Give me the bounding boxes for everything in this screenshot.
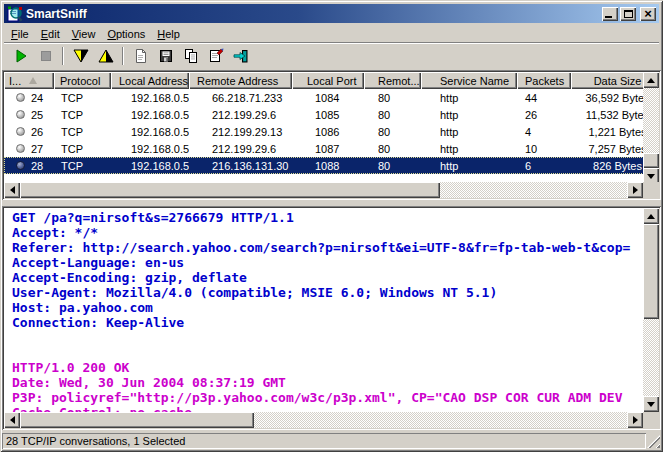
scroll-up-button[interactable]: [643, 208, 659, 224]
menu-options[interactable]: Options: [101, 26, 151, 42]
close-button[interactable]: ×: [640, 7, 656, 21]
column-header-protocol[interactable]: Protocol: [54, 72, 111, 89]
close-icon: ×: [644, 9, 652, 19]
menu-edit[interactable]: Edit: [35, 26, 66, 42]
funnel-down-icon: [72, 48, 90, 64]
title-bar[interactable]: SmartSniff ×: [4, 4, 659, 23]
arrow-down-icon: [647, 402, 655, 411]
funnel-up-icon: [97, 48, 115, 64]
arrow-up-icon: [647, 74, 655, 83]
request-response-gap: [12, 330, 643, 360]
table-row[interactable]: 26 TCP 192.168.0.5 212.199.29.13 1086 80…: [4, 123, 659, 140]
table-vertical-scrollbar[interactable]: [643, 72, 659, 184]
status-text: 28 TCP/IP conversations, 1 Selected: [6, 435, 185, 447]
save-icon: [158, 48, 174, 64]
conversation-icon: [16, 127, 25, 136]
request-line: GET /pa?q=nirsoft&s=2766679 HTTP/1.1: [12, 210, 643, 225]
conversation-icon: [16, 161, 25, 170]
arrow-right-icon: [633, 416, 642, 424]
toolbar: [4, 42, 659, 69]
column-header-remote-port[interactable]: Remot...: [364, 72, 421, 89]
scroll-up-button[interactable]: [643, 72, 659, 88]
packet-data-text: GET /pa?q=nirsoft&s=2766679 HTTP/1.1 Acc…: [4, 208, 643, 412]
menu-file[interactable]: File: [5, 26, 35, 42]
request-line: Accept: */*: [12, 225, 643, 240]
clear-page-icon: [133, 48, 149, 64]
start-capture-icon: [13, 48, 29, 64]
conversation-icon: [16, 110, 25, 119]
arrow-right-icon: [633, 186, 642, 194]
table-row[interactable]: 27 TCP 192.168.0.5 212.199.29.6 1087 80 …: [4, 140, 659, 157]
arrow-left-icon: [6, 416, 15, 424]
app-icon: [7, 6, 23, 22]
table-row[interactable]: 25 TCP 192.168.0.5 212.199.29.6 1085 80 …: [4, 106, 659, 123]
horizontal-scroll-thumb[interactable]: [20, 412, 254, 428]
exit-button[interactable]: [229, 45, 252, 67]
status-bar: 28 TCP/IP conversations, 1 Selected: [2, 432, 661, 450]
arrow-left-icon: [6, 186, 15, 194]
column-header-local-address[interactable]: Local Address: [111, 72, 189, 89]
window-frame: SmartSniff × File Edit View Options Help: [0, 0, 663, 452]
table-horizontal-scrollbar[interactable]: [4, 182, 643, 198]
table-header: I... Protocol Local Address Remote Addre…: [4, 72, 659, 89]
menu-help[interactable]: Help: [151, 26, 186, 42]
viewer-horizontal-scrollbar[interactable]: [4, 412, 643, 428]
maximize-icon: [624, 10, 633, 18]
scroll-right-button[interactable]: [627, 412, 643, 428]
column-header-packets[interactable]: Packets: [517, 72, 571, 89]
conversation-icon: [16, 93, 25, 102]
request-line: Accept-Encoding: gzip, deflate: [12, 270, 643, 285]
stop-capture-button[interactable]: [34, 45, 57, 67]
scroll-right-button[interactable]: [627, 182, 643, 198]
copy-icon: [183, 48, 199, 64]
vertical-scroll-thumb[interactable]: [643, 153, 659, 168]
exit-door-icon: [233, 48, 249, 64]
packet-data-viewer[interactable]: GET /pa?q=nirsoft&s=2766679 HTTP/1.1 Acc…: [2, 206, 661, 430]
table-row-selected[interactable]: 28 TCP 192.168.0.5 216.136.131.30 1088 8…: [4, 157, 659, 174]
resize-grip[interactable]: [647, 435, 660, 448]
column-header-remote-address[interactable]: Remote Address: [189, 72, 292, 89]
maximize-button[interactable]: [620, 7, 636, 21]
capture-filter-button[interactable]: [69, 45, 92, 67]
menu-bar: File Edit View Options Help: [4, 25, 659, 42]
viewer-vertical-scrollbar[interactable]: [643, 208, 659, 412]
request-line: User-Agent: Mozilla/4.0 (compatible; MSI…: [12, 285, 643, 300]
table-body: 24 TCP 192.168.0.5 66.218.71.233 1084 80…: [4, 89, 659, 174]
request-line: Accept-Language: en-us: [12, 255, 643, 270]
scrollbar-corner: [643, 412, 659, 428]
scroll-down-button[interactable]: [643, 396, 659, 412]
window-title: SmartSniff: [26, 7, 602, 21]
column-header-index[interactable]: I...: [4, 72, 54, 89]
properties-button[interactable]: [204, 45, 227, 67]
menu-view[interactable]: View: [66, 26, 102, 42]
horizontal-scroll-thumb[interactable]: [20, 182, 440, 198]
column-header-service-name[interactable]: Service Name: [421, 72, 517, 89]
arrow-up-icon: [647, 210, 655, 219]
conversation-icon: [16, 144, 25, 153]
save-button[interactable]: [154, 45, 177, 67]
response-line: P3P: policyref="http://p3p.yahoo.com/w3c…: [12, 390, 643, 405]
copy-button[interactable]: [179, 45, 202, 67]
request-line: Host: pa.yahoo.com: [12, 300, 643, 315]
status-panel: 28 TCP/IP conversations, 1 Selected: [2, 433, 646, 449]
start-capture-button[interactable]: [9, 45, 32, 67]
scrollbar-corner: [643, 182, 659, 198]
properties-icon: [208, 48, 224, 64]
scroll-left-button[interactable]: [4, 182, 20, 198]
toolbar-separator: [122, 47, 124, 65]
response-line: Cache-Control: no-cache: [12, 405, 643, 412]
request-line: Referer: http://search.yahoo.com/search?…: [12, 240, 643, 255]
response-line: HTTP/1.0 200 OK: [12, 360, 643, 375]
minimize-button[interactable]: [602, 7, 618, 21]
table-row[interactable]: 24 TCP 192.168.0.5 66.218.71.233 1084 80…: [4, 89, 659, 106]
conversations-list: I... Protocol Local Address Remote Addre…: [2, 70, 661, 200]
column-header-local-port[interactable]: Local Port: [292, 72, 364, 89]
display-filter-button[interactable]: [94, 45, 117, 67]
scroll-left-button[interactable]: [4, 412, 20, 428]
minimize-icon: [605, 16, 612, 18]
clear-button[interactable]: [129, 45, 152, 67]
sort-ascending-icon: [29, 77, 37, 84]
request-line: Connection: Keep-Alive: [12, 315, 643, 330]
vertical-scroll-thumb[interactable]: [643, 224, 659, 319]
response-line: Date: Wed, 30 Jun 2004 08:37:19 GMT: [12, 375, 643, 390]
